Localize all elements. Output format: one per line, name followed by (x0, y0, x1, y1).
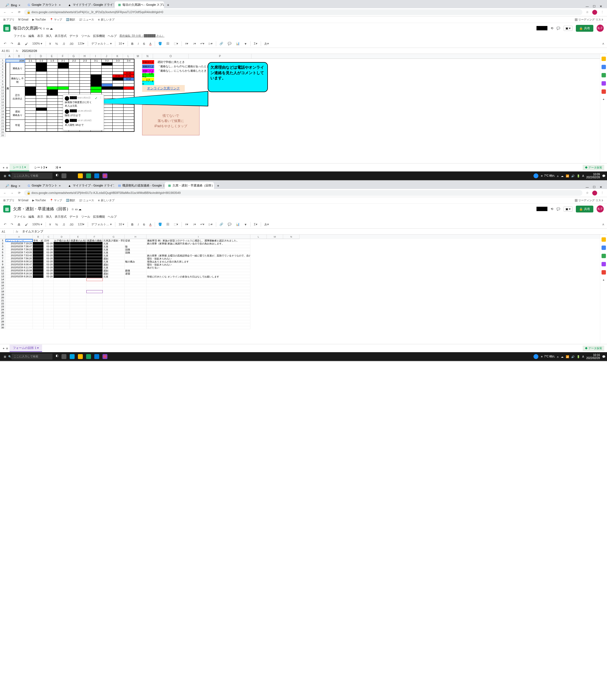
avatar-icon[interactable] (592, 191, 597, 195)
sheet-tab[interactable]: シート3 ▾ (31, 164, 50, 171)
browser-tab[interactable]: 🔎Bing× (2, 183, 23, 189)
print-button[interactable]: 🖶 (16, 42, 22, 46)
tray-wifi-icon[interactable]: 📶 (566, 174, 569, 178)
account-avatar[interactable]: 礼子 (596, 205, 604, 212)
menu-insert[interactable]: 挿入 (46, 34, 52, 38)
bookmark-item[interactable]: ⊕ 新しいタブ (98, 18, 114, 22)
table-row[interactable]: 42022/02/28 7:39:2302-28欠席頭痛 (0, 248, 607, 251)
table-row[interactable]: 102022/02/28 8:11:0402-28欠席体がだるい (0, 266, 607, 269)
tasks-icon[interactable] (602, 254, 606, 258)
start-button[interactable]: ⊞ (2, 355, 8, 358)
bold-button[interactable]: B (130, 42, 134, 46)
avatar-icon[interactable] (592, 10, 597, 15)
merge-button[interactable]: ⬚▾ (173, 41, 179, 46)
move-icon[interactable]: ▭ (46, 27, 49, 30)
browser-tab[interactable]: ▲マイドライブ - Google ドライブ× (65, 182, 114, 189)
add-sheet-button[interactable]: + (3, 347, 4, 350)
task-view-icon[interactable]: ◧ (56, 173, 58, 178)
bookmark-item[interactable]: ▶ YouTube (32, 18, 46, 21)
table-row[interactable]: 82022/02/28 8:08:1002-28欠席喉の痛み発熱はありませんが念… (0, 260, 607, 263)
cloud-icon[interactable]: ☁ (79, 208, 81, 211)
forward-button[interactable]: → (10, 11, 14, 14)
keep-icon[interactable] (602, 246, 606, 250)
formula-input[interactable]: 2022/02/28 (21, 49, 607, 53)
browser-tab[interactable]: GGoogle アカウント× (24, 1, 64, 8)
doc-title[interactable]: 欠席・遅刻・早退連絡（回答） (13, 206, 70, 211)
input-tools[interactable]: あ▾ (263, 41, 270, 46)
bookmark-item[interactable]: 🔤 翻訳 (66, 18, 76, 22)
menu-format[interactable]: 表示形式 (55, 34, 67, 38)
undo-button[interactable]: ↶ (3, 41, 7, 46)
taskbar-search[interactable]: ここに入力して検索 (12, 353, 53, 359)
table-row[interactable]: 62022/02/28 7:53:4202-28欠席家の用事（家事都 土曜日の高… (0, 254, 607, 257)
new-tab-button[interactable]: + (165, 2, 171, 8)
mail-icon[interactable] (94, 173, 99, 178)
doc-title[interactable]: 毎日の欠席調べ (13, 26, 42, 30)
resolve-icon[interactable]: ✓ (95, 96, 98, 100)
back-button[interactable]: ← (3, 191, 7, 195)
history-icon[interactable]: ⟲ (551, 26, 553, 30)
maximize-button[interactable]: ☐ (593, 5, 595, 8)
table-row[interactable]: 112022/02/28 8:15:0802-28遅刻腹痛 (0, 269, 607, 272)
font-select[interactable]: デフォルト… ▾ (90, 41, 113, 46)
meet-icon[interactable]: ▣ ▾ (564, 206, 572, 212)
close-button[interactable]: ✕ (600, 185, 602, 189)
table-row[interactable]: 32022/02/28 7:38:4702-28欠席咳 (0, 245, 607, 248)
sheets-logo-icon[interactable]: ▦ (3, 205, 11, 212)
italic-button[interactable]: I (137, 42, 140, 46)
sheet-tab[interactable]: フォームの回答 1 ▾ (9, 345, 42, 352)
cortana-icon[interactable] (62, 173, 66, 178)
browser-tab[interactable]: 🔎Bing× (2, 2, 23, 8)
reload-button[interactable]: ⟳ (17, 191, 21, 195)
tray-cloud-icon[interactable]: ☁ (561, 174, 564, 178)
menu-file[interactable]: ファイル (14, 34, 26, 38)
font-size[interactable]: 10 ▾ (118, 41, 125, 46)
sheet-tab[interactable]: シート1 ▾ (9, 164, 29, 171)
url-field[interactable]: 🔒 docs.google.com/spreadsheets/d/1eP4jX1… (24, 9, 582, 15)
reading-list[interactable]: ▦ リーディング リスト (575, 18, 604, 22)
star-icon[interactable]: ☆ (585, 11, 589, 14)
menu-edit[interactable]: 編集 (28, 34, 35, 38)
browser-tab-active[interactable]: ▦欠席・遅刻・早退連絡（回答）- …× (165, 182, 214, 189)
history-icon[interactable]: ⟲ (551, 207, 553, 211)
paint-format-button[interactable]: 🖌 (24, 42, 29, 46)
new-tab-button[interactable]: + (215, 182, 222, 189)
comment-button[interactable]: 💬 (227, 41, 233, 46)
bookmark-item[interactable]: 📍 マップ (50, 18, 62, 22)
bookmark-item[interactable]: 📰 ニュース (79, 18, 94, 22)
menu-tools[interactable]: ツール (81, 34, 90, 38)
add-sheet-button[interactable]: + (3, 166, 4, 169)
close-button[interactable]: ✕ (600, 5, 602, 8)
formula-input[interactable]: タイムスタンプ (21, 229, 607, 233)
minimize-button[interactable]: — (586, 185, 589, 189)
meet-icon[interactable]: ▣ ▾ (564, 26, 572, 31)
notifications-icon[interactable]: 💬 (602, 174, 605, 178)
maps-icon[interactable] (602, 89, 606, 94)
browser-tab[interactable]: ▲マイドライブ - Google ドライブ× (65, 1, 114, 8)
table-row[interactable]: 92022/02/28 8:08:4702-28遅刻寝坊・朝起きられない (0, 263, 607, 266)
apps-icon[interactable]: ⊞ アプリ (3, 18, 15, 22)
comment-icon[interactable]: 💬 (557, 207, 560, 211)
menu-help[interactable]: ヘルプ (108, 34, 117, 38)
explorer-icon[interactable] (78, 173, 83, 178)
text-color-button[interactable]: A (148, 42, 152, 46)
move-icon[interactable]: ▭ (75, 208, 78, 211)
menu-icon[interactable]: ⋮ (600, 191, 604, 195)
star-icon[interactable]: ☆ (43, 27, 45, 30)
share-button[interactable]: 🔒 共有 (576, 206, 593, 212)
all-sheets-button[interactable]: ≡ (6, 166, 8, 169)
keep-icon[interactable] (602, 65, 606, 69)
start-button[interactable]: ⊞ (2, 174, 8, 178)
name-box[interactable]: A1 (0, 230, 14, 233)
bookmark-item[interactable]: M Gmail (18, 18, 28, 21)
explore-button[interactable]: ◆ データ探索 (583, 165, 604, 170)
date-cell[interactable]: 2/28 (6, 59, 25, 62)
menu-extensions[interactable]: 拡張機能 (93, 34, 105, 38)
table-row[interactable]: 72022/02/28 7:56:2002-28遅刻寝坊・朝起きられない (0, 257, 607, 260)
borders-button[interactable]: 田 (165, 41, 170, 46)
contacts-icon[interactable] (602, 81, 606, 86)
weather-widget[interactable]: ☀ 7°C 晴れ (541, 174, 555, 178)
minimize-button[interactable]: — (586, 5, 589, 8)
sheet-tab[interactable]: 冷 ▾ (52, 164, 64, 171)
contacts-icon[interactable] (602, 262, 606, 266)
